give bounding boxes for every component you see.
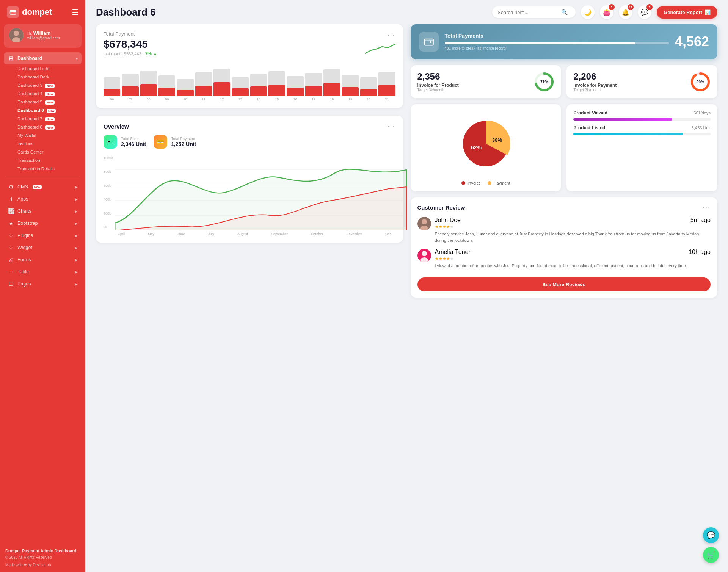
badge-new: New xyxy=(45,117,54,121)
sidebar-item-dashboard-3[interactable]: Dashboard 3 New xyxy=(4,81,82,89)
invoice-payment-donut: 90% xyxy=(690,72,711,92)
chevron-right-icon: ▶ xyxy=(75,221,78,226)
cms-label: CMS xyxy=(17,184,28,190)
nav-charts[interactable]: 📈 Charts ▶ xyxy=(4,205,82,217)
product-listed-progress xyxy=(573,133,711,135)
bar-group xyxy=(177,62,193,96)
bootstrap-label: Bootstrap xyxy=(17,221,38,226)
sidebar-header: dompet ☰ xyxy=(0,0,85,24)
sidebar-item-dashboard-5[interactable]: Dashboard 5 New xyxy=(4,98,82,106)
avatar xyxy=(9,28,24,42)
total-payments-info: Total Payments 431 more to break last mo… xyxy=(445,33,669,50)
sidebar-item-invoices[interactable]: Invoices xyxy=(4,139,82,148)
badge-new: New xyxy=(45,100,54,105)
sidebar-item-transaction-details[interactable]: Transaction Details xyxy=(4,165,82,173)
user-info: Hi, William william@gmail.com xyxy=(27,30,60,40)
notifications-badge: 12 xyxy=(628,4,634,10)
hamburger-button[interactable]: ☰ xyxy=(72,8,78,17)
sidebar-item-cards-center[interactable]: Cards Center xyxy=(4,148,82,156)
reviewer-2-name: Amelia Tuner xyxy=(435,249,471,255)
overview-more-options-button[interactable]: ··· xyxy=(387,122,395,130)
table-icon: ≡ xyxy=(8,269,14,275)
charts-icon: 📈 xyxy=(8,208,14,214)
sidebar-item-my-wallet[interactable]: My Wallet xyxy=(4,131,82,139)
nav-bootstrap[interactable]: ★ Bootstrap ▶ xyxy=(4,217,82,229)
nav-forms[interactable]: 🖨 Forms ▶ xyxy=(4,254,82,266)
bar-group xyxy=(195,62,212,96)
widget-label: Widget xyxy=(17,245,32,250)
sidebar-item-transaction[interactable]: Transaction xyxy=(4,156,82,165)
bar-value xyxy=(104,89,120,96)
nav-table[interactable]: ≡ Table ▶ xyxy=(4,266,82,278)
nav-pages[interactable]: ☐ Pages ▶ xyxy=(4,278,82,290)
invoice-row: 2,356 Invoice for Product Target 3k/mont… xyxy=(411,65,718,98)
content-grid: Total Payment $678,345 last month $563,4… xyxy=(85,24,728,572)
bar-group xyxy=(104,62,120,96)
product-listed-header: Product Listed 3,456 Unit xyxy=(573,125,711,130)
theme-toggle-button[interactable]: 🌙 xyxy=(581,5,595,19)
support-float-button[interactable]: 💬 xyxy=(703,527,719,543)
sidebar-item-dashboard-dark[interactable]: Dashboard Dark xyxy=(4,73,82,81)
reviewer-1-header: John Doe 5m ago xyxy=(435,217,711,224)
forms-icon: 🖨 xyxy=(8,257,14,263)
footer-title: Dompet Payment Admin Dashboard xyxy=(5,548,80,555)
bar-value xyxy=(250,86,267,96)
sidebar-item-dashboard-4[interactable]: Dashboard 4 New xyxy=(4,89,82,98)
messages-button[interactable]: 💬 5 xyxy=(638,5,651,19)
bar-value xyxy=(360,89,377,96)
table-label: Table xyxy=(17,269,29,274)
generate-report-button[interactable]: Generate Report 📊 xyxy=(657,6,717,19)
reviewer-2-text: I viewed a number of properties with Jus… xyxy=(435,263,711,269)
bar-label: 07 xyxy=(122,97,138,101)
product-stats-card: Product Viewed 561/days Product Listed 3… xyxy=(566,104,717,191)
chevron-right-icon: ▶ xyxy=(75,209,78,213)
see-more-reviews-button[interactable]: See More Reviews xyxy=(417,277,711,291)
product-listed-fill xyxy=(573,133,683,135)
left-column: Total Payment $678,345 last month $563,4… xyxy=(96,24,403,426)
nav-widget[interactable]: ♡ Widget ▶ xyxy=(4,241,82,254)
bar-group xyxy=(213,62,230,96)
product-viewed-progress xyxy=(573,118,711,121)
made-with: Made with ❤ by DexignLab xyxy=(5,562,80,568)
total-sale-info: Total Sale 2,346 Unit xyxy=(121,137,146,147)
pie-product-row: 62% 38% Invoice Payment xyxy=(411,104,718,191)
sidebar-item-dashboard-light[interactable]: Dashboard Light xyxy=(4,64,82,73)
bar-group xyxy=(268,62,285,96)
bar-value xyxy=(158,88,175,96)
brand-name: dompet xyxy=(22,7,52,17)
sidebar-item-dashboard-6[interactable]: Dashboard 6 New xyxy=(4,106,82,114)
sidebar-logo[interactable]: dompet xyxy=(7,6,52,18)
pages-label: Pages xyxy=(17,281,31,287)
bar-value xyxy=(378,85,395,96)
user-profile[interactable]: Hi, William william@gmail.com xyxy=(4,24,82,48)
wallet-button[interactable]: 👛 2 xyxy=(600,5,613,19)
chevron-right-icon: ▶ xyxy=(75,282,78,286)
sidebar-item-dashboard-8[interactable]: Dashboard 8 New xyxy=(4,123,82,131)
nav-dashboard[interactable]: ⊞ Dashboard ▾ xyxy=(4,52,82,64)
reviewer-1-info: John Doe 5m ago ★★★★★ Friendly service J… xyxy=(435,217,711,243)
invoice-legend-dot xyxy=(461,181,465,185)
search-input[interactable] xyxy=(497,9,558,15)
chart-x-labels: AprilMayJuneJulyAugustSeptemberOctoberNo… xyxy=(115,232,395,236)
nav-plugins[interactable]: ♡ Plugins ▶ xyxy=(4,229,82,241)
pie-legend: Invoice Payment xyxy=(417,181,555,185)
bar-label: 08 xyxy=(140,97,157,101)
reviewer-1-stars: ★★★★★ xyxy=(435,224,711,229)
chevron-right-icon: ▶ xyxy=(75,270,78,274)
review-more-options-button[interactable]: ··· xyxy=(703,204,711,212)
notifications-button[interactable]: 🔔 12 xyxy=(619,5,632,19)
svg-point-11 xyxy=(430,41,431,43)
more-options-button[interactable]: ··· xyxy=(387,31,395,39)
cart-float-button[interactable]: 🛒 xyxy=(703,547,719,563)
bell-icon: 🔔 xyxy=(622,9,629,16)
overview-card: Overview ··· 🏷 Total Sale 2,346 Unit 💳 xyxy=(96,116,403,243)
footer-copy: © 2023 All Rights Reserved xyxy=(5,555,80,561)
svg-text:38%: 38% xyxy=(492,137,502,143)
nav-cms[interactable]: ⚙ CMS New ▶ xyxy=(4,181,82,193)
invoice-payment-target: Target 3k/month xyxy=(573,88,685,92)
chart-bar-icon: 📊 xyxy=(704,9,711,15)
nav-apps[interactable]: ℹ Apps ▶ xyxy=(4,193,82,205)
total-payment-label: Total Payment xyxy=(104,31,157,37)
bar-value xyxy=(177,90,193,96)
sidebar-item-dashboard-7[interactable]: Dashboard 7 New xyxy=(4,114,82,123)
